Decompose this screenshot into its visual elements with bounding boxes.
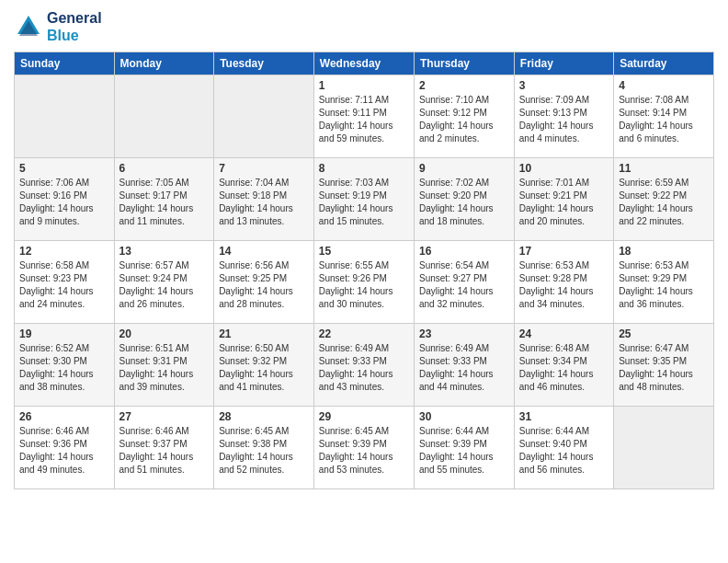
header: General Blue <box>14 9 714 44</box>
logo: General Blue <box>14 9 102 44</box>
day-number: 6 <box>119 162 210 175</box>
page-container: General Blue SundayMondayTuesdayWednesda… <box>0 0 728 499</box>
day-info: Sunrise: 7:01 AM Sunset: 9:21 PM Dayligh… <box>519 177 609 228</box>
calendar-cell-14: 14Sunrise: 6:56 AM Sunset: 9:25 PM Dayli… <box>214 241 314 324</box>
calendar-cell-6: 6Sunrise: 7:05 AM Sunset: 9:17 PM Daylig… <box>114 158 214 241</box>
calendar-cell-8: 8Sunrise: 7:03 AM Sunset: 9:19 PM Daylig… <box>313 158 414 241</box>
day-info: Sunrise: 6:54 AM Sunset: 9:27 PM Dayligh… <box>419 259 509 311</box>
calendar-table: SundayMondayTuesdayWednesdayThursdayFrid… <box>14 52 714 489</box>
day-info: Sunrise: 7:10 AM Sunset: 9:12 PM Dayligh… <box>419 94 509 145</box>
calendar-cell-26: 26Sunrise: 6:46 AM Sunset: 9:36 PM Dayli… <box>15 407 115 489</box>
calendar-week-row-3: 19Sunrise: 6:52 AM Sunset: 9:30 PM Dayli… <box>15 324 714 407</box>
day-info: Sunrise: 7:08 AM Sunset: 9:14 PM Dayligh… <box>619 94 709 145</box>
day-info: Sunrise: 7:04 AM Sunset: 9:18 PM Dayligh… <box>219 177 309 228</box>
calendar-header-saturday: Saturday <box>614 52 714 75</box>
day-number: 7 <box>219 162 309 175</box>
calendar-header-tuesday: Tuesday <box>214 52 314 75</box>
day-number: 19 <box>19 327 109 340</box>
calendar-cell-24: 24Sunrise: 6:48 AM Sunset: 9:34 PM Dayli… <box>514 324 613 407</box>
day-number: 15 <box>319 245 409 258</box>
calendar-cell-5: 5Sunrise: 7:06 AM Sunset: 9:16 PM Daylig… <box>15 158 115 241</box>
calendar-week-row-4: 26Sunrise: 6:46 AM Sunset: 9:36 PM Dayli… <box>15 407 714 489</box>
day-info: Sunrise: 6:47 AM Sunset: 9:35 PM Dayligh… <box>619 342 709 394</box>
day-number: 25 <box>619 327 709 340</box>
day-info: Sunrise: 6:57 AM Sunset: 9:24 PM Dayligh… <box>119 259 210 311</box>
day-info: Sunrise: 6:44 AM Sunset: 9:39 PM Dayligh… <box>419 425 509 477</box>
day-info: Sunrise: 6:51 AM Sunset: 9:31 PM Dayligh… <box>119 342 210 394</box>
day-number: 8 <box>319 162 409 175</box>
day-number: 3 <box>519 79 609 92</box>
calendar-header-wednesday: Wednesday <box>313 52 414 75</box>
day-info: Sunrise: 6:56 AM Sunset: 9:25 PM Dayligh… <box>219 259 309 311</box>
calendar-cell-12: 12Sunrise: 6:58 AM Sunset: 9:23 PM Dayli… <box>15 241 115 324</box>
day-info: Sunrise: 6:58 AM Sunset: 9:23 PM Dayligh… <box>19 259 109 311</box>
calendar-cell-31: 31Sunrise: 6:44 AM Sunset: 9:40 PM Dayli… <box>514 407 613 489</box>
day-number: 16 <box>419 245 509 258</box>
calendar-cell-9: 9Sunrise: 7:02 AM Sunset: 9:20 PM Daylig… <box>414 158 514 241</box>
calendar-week-row-0: 1Sunrise: 7:11 AM Sunset: 9:11 PM Daylig… <box>15 75 714 158</box>
calendar-cell-4: 4Sunrise: 7:08 AM Sunset: 9:14 PM Daylig… <box>614 75 714 158</box>
day-info: Sunrise: 7:05 AM Sunset: 9:17 PM Dayligh… <box>119 177 210 228</box>
day-number: 26 <box>19 410 109 423</box>
day-info: Sunrise: 6:59 AM Sunset: 9:22 PM Dayligh… <box>619 177 709 228</box>
calendar-header-friday: Friday <box>514 52 613 75</box>
calendar-cell-17: 17Sunrise: 6:53 AM Sunset: 9:28 PM Dayli… <box>514 241 613 324</box>
calendar-cell-30: 30Sunrise: 6:44 AM Sunset: 9:39 PM Dayli… <box>414 407 514 489</box>
day-info: Sunrise: 6:45 AM Sunset: 9:38 PM Dayligh… <box>219 425 309 477</box>
day-number: 17 <box>519 245 609 258</box>
calendar-cell-empty <box>114 75 214 158</box>
day-number: 29 <box>319 410 409 423</box>
calendar-cell-empty <box>214 75 314 158</box>
day-info: Sunrise: 6:48 AM Sunset: 9:34 PM Dayligh… <box>519 342 609 394</box>
day-number: 28 <box>219 410 309 423</box>
calendar-header-sunday: Sunday <box>15 52 115 75</box>
day-number: 27 <box>119 410 210 423</box>
day-info: Sunrise: 6:49 AM Sunset: 9:33 PM Dayligh… <box>419 342 509 394</box>
day-number: 10 <box>519 162 609 175</box>
day-info: Sunrise: 6:53 AM Sunset: 9:28 PM Dayligh… <box>519 259 609 311</box>
logo-text: General Blue <box>47 9 102 44</box>
calendar-header-row: SundayMondayTuesdayWednesdayThursdayFrid… <box>15 52 714 75</box>
day-number: 4 <box>619 79 709 92</box>
day-number: 1 <box>319 79 409 92</box>
day-info: Sunrise: 6:55 AM Sunset: 9:26 PM Dayligh… <box>319 259 409 311</box>
day-info: Sunrise: 6:50 AM Sunset: 9:32 PM Dayligh… <box>219 342 309 394</box>
day-number: 24 <box>519 327 609 340</box>
calendar-cell-3: 3Sunrise: 7:09 AM Sunset: 9:13 PM Daylig… <box>514 75 613 158</box>
day-number: 20 <box>119 327 210 340</box>
calendar-cell-2: 2Sunrise: 7:10 AM Sunset: 9:12 PM Daylig… <box>414 75 514 158</box>
day-info: Sunrise: 6:46 AM Sunset: 9:36 PM Dayligh… <box>19 425 109 477</box>
day-info: Sunrise: 7:06 AM Sunset: 9:16 PM Dayligh… <box>19 177 109 228</box>
calendar-cell-22: 22Sunrise: 6:49 AM Sunset: 9:33 PM Dayli… <box>313 324 414 407</box>
day-info: Sunrise: 6:49 AM Sunset: 9:33 PM Dayligh… <box>319 342 409 394</box>
day-info: Sunrise: 7:03 AM Sunset: 9:19 PM Dayligh… <box>319 177 409 228</box>
calendar-cell-28: 28Sunrise: 6:45 AM Sunset: 9:38 PM Dayli… <box>214 407 314 489</box>
day-number: 5 <box>19 162 109 175</box>
day-info: Sunrise: 7:11 AM Sunset: 9:11 PM Dayligh… <box>319 94 409 145</box>
day-number: 31 <box>519 410 609 423</box>
calendar-cell-20: 20Sunrise: 6:51 AM Sunset: 9:31 PM Dayli… <box>114 324 214 407</box>
calendar-cell-21: 21Sunrise: 6:50 AM Sunset: 9:32 PM Dayli… <box>214 324 314 407</box>
calendar-week-row-1: 5Sunrise: 7:06 AM Sunset: 9:16 PM Daylig… <box>15 158 714 241</box>
calendar-cell-1: 1Sunrise: 7:11 AM Sunset: 9:11 PM Daylig… <box>313 75 414 158</box>
day-number: 23 <box>419 327 509 340</box>
day-number: 13 <box>119 245 210 258</box>
calendar-cell-29: 29Sunrise: 6:45 AM Sunset: 9:39 PM Dayli… <box>313 407 414 489</box>
calendar-cell-10: 10Sunrise: 7:01 AM Sunset: 9:21 PM Dayli… <box>514 158 613 241</box>
calendar-cell-19: 19Sunrise: 6:52 AM Sunset: 9:30 PM Dayli… <box>15 324 115 407</box>
day-info: Sunrise: 6:52 AM Sunset: 9:30 PM Dayligh… <box>19 342 109 394</box>
calendar-cell-11: 11Sunrise: 6:59 AM Sunset: 9:22 PM Dayli… <box>614 158 714 241</box>
day-number: 14 <box>219 245 309 258</box>
day-number: 22 <box>319 327 409 340</box>
logo-general: General <box>47 9 102 27</box>
logo-icon <box>14 12 43 41</box>
day-number: 9 <box>419 162 509 175</box>
day-number: 12 <box>19 245 109 258</box>
day-number: 2 <box>419 79 509 92</box>
calendar-cell-empty <box>15 75 115 158</box>
calendar-cell-23: 23Sunrise: 6:49 AM Sunset: 9:33 PM Dayli… <box>414 324 514 407</box>
calendar-week-row-2: 12Sunrise: 6:58 AM Sunset: 9:23 PM Dayli… <box>15 241 714 324</box>
day-info: Sunrise: 7:09 AM Sunset: 9:13 PM Dayligh… <box>519 94 609 145</box>
calendar-cell-13: 13Sunrise: 6:57 AM Sunset: 9:24 PM Dayli… <box>114 241 214 324</box>
calendar-cell-18: 18Sunrise: 6:53 AM Sunset: 9:29 PM Dayli… <box>614 241 714 324</box>
